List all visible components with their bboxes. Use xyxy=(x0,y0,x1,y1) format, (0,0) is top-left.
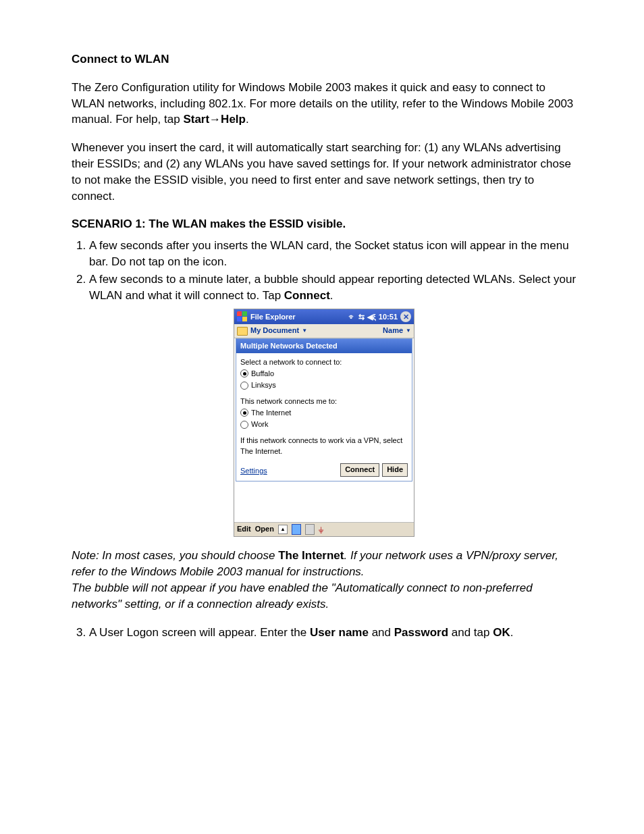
text: . xyxy=(246,113,249,126)
folder-icon xyxy=(237,327,248,336)
intro-paragraph: The Zero Configuration utility for Windo… xyxy=(72,80,576,128)
network-option-buffalo[interactable]: Buffalo xyxy=(240,368,408,380)
step-3: A User Logon screen will appear. Enter t… xyxy=(89,625,576,641)
close-icon[interactable]: ✕ xyxy=(400,311,411,322)
titlebar-status-icons: ᯤ ⇆ ◀ξ 10:51 ✕ xyxy=(348,311,411,322)
clock-text: 10:51 xyxy=(379,312,398,322)
option-label: The Internet xyxy=(251,408,291,418)
connects-option-work[interactable]: Work xyxy=(240,419,408,430)
text: . xyxy=(330,289,333,302)
strong-internet: The Internet xyxy=(278,549,344,562)
text: and tap xyxy=(448,626,493,639)
bubble-footer: Settings Connect Hide xyxy=(236,463,412,480)
text: . xyxy=(510,626,514,639)
connect-button[interactable]: Connect xyxy=(340,463,379,476)
pda-window: File Explorer ᯤ ⇆ ◀ξ 10:51 ✕ My Document… xyxy=(234,309,414,537)
step-2: A few seconds to a minute later, a bubbl… xyxy=(89,271,576,304)
steps-list: A few seconds after you inserts the WLAN… xyxy=(72,238,576,303)
sync-icon[interactable]: ⇆ xyxy=(358,312,365,322)
speaker-icon[interactable]: ◀ξ xyxy=(367,312,376,322)
chevron-down-icon[interactable]: ▼ xyxy=(302,327,307,334)
radio-icon[interactable] xyxy=(240,421,248,429)
strong-password: Password xyxy=(394,626,448,639)
antenna-icon[interactable]: ᯤ xyxy=(348,312,356,322)
strong-start: Start xyxy=(183,113,209,126)
network-option-linksys[interactable]: Linksys xyxy=(240,380,408,391)
option-label: Work xyxy=(251,419,268,429)
strong-connect: Connect xyxy=(284,289,330,302)
edit-menu[interactable]: Edit xyxy=(237,524,251,534)
up-icon[interactable]: ▴ xyxy=(278,525,288,534)
content-area xyxy=(234,483,414,522)
screenshot-figure: File Explorer ᯤ ⇆ ◀ξ 10:51 ✕ My Document… xyxy=(72,309,576,537)
text: The Zero Configuration utility for Windo… xyxy=(72,81,573,126)
title-bar: File Explorer ᯤ ⇆ ◀ξ 10:51 ✕ xyxy=(234,309,414,324)
radio-icon[interactable] xyxy=(240,382,248,390)
option-label: Buffalo xyxy=(251,369,274,379)
network-bubble: Multiple Networks Detected Select a netw… xyxy=(236,338,412,481)
arrow-icon: → xyxy=(209,113,221,126)
connects-to-prompt: This network connects me to: xyxy=(240,396,408,407)
bubble-body: Select a network to connect to: Buffalo … xyxy=(236,353,412,463)
connects-option-internet[interactable]: The Internet xyxy=(240,407,408,419)
radio-icon[interactable] xyxy=(240,369,248,377)
strong-username: User name xyxy=(310,626,369,639)
windows-flag-icon[interactable] xyxy=(237,311,248,322)
step-1: A few seconds after you inserts the WLAN… xyxy=(89,238,576,270)
text: Note: In most cases, you should choose xyxy=(72,549,278,562)
option-label: Linksys xyxy=(251,380,276,390)
open-menu[interactable]: Open xyxy=(255,524,274,534)
breadcrumb-label[interactable]: My Document xyxy=(250,325,299,336)
bottom-toolbar: Edit Open ▴ ⏚ xyxy=(234,522,414,537)
settings-link[interactable]: Settings xyxy=(240,466,267,476)
steps-list-cont: A User Logon screen will appear. Enter t… xyxy=(72,625,576,641)
network-share-icon[interactable]: ⏚ xyxy=(319,524,323,536)
connects-to-group: This network connects me to: The Interne… xyxy=(240,396,408,430)
list-view-icon[interactable] xyxy=(305,524,315,535)
select-network-prompt: Select a network to connect to: xyxy=(240,357,408,367)
hide-button[interactable]: Hide xyxy=(382,463,408,476)
behavior-paragraph: Whenever you insert the card, it will au… xyxy=(72,140,576,204)
window-title: File Explorer xyxy=(250,312,346,322)
section-heading: Connect to WLAN xyxy=(72,51,576,68)
chevron-down-icon[interactable]: ▼ xyxy=(406,327,411,334)
text: The bubble will not appear if you have e… xyxy=(72,581,533,610)
select-network-group: Select a network to connect to: Buffalo … xyxy=(240,357,408,391)
bubble-title: Multiple Networks Detected xyxy=(236,339,412,353)
text: A User Logon screen will appear. Enter t… xyxy=(89,626,310,639)
breadcrumb: My Document ▼ Name ▼ xyxy=(234,324,414,338)
strong-ok: OK xyxy=(493,626,510,639)
sort-label[interactable]: Name xyxy=(383,325,403,336)
strong-help: Help xyxy=(221,113,246,126)
note-paragraph: Note: In most cases, you should choose T… xyxy=(72,548,576,612)
vpn-hint: If this network connects to work via a V… xyxy=(240,436,408,457)
document-page: Connect to WLAN The Zero Configuration u… xyxy=(0,0,644,686)
card-view-icon[interactable] xyxy=(292,524,301,535)
scenario-heading: SCENARIO 1: The WLAN makes the ESSID vis… xyxy=(72,216,576,232)
text: and xyxy=(369,626,394,639)
radio-icon[interactable] xyxy=(240,409,248,417)
